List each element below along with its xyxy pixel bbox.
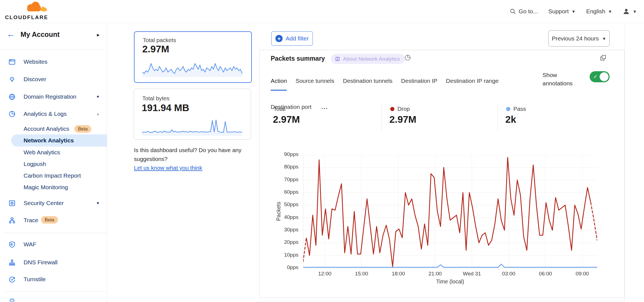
sidebar-item-web-analytics[interactable]: Web Analytics bbox=[0, 147, 107, 157]
add-filter-label: Add filter bbox=[286, 35, 309, 42]
drop-legend-dot bbox=[390, 107, 394, 111]
content-right-divider bbox=[625, 23, 625, 302]
about-badge-label: About Network Analytics bbox=[343, 56, 400, 62]
beta-badge: Beta bbox=[41, 216, 58, 224]
y-tick-label: 40pps bbox=[262, 214, 298, 221]
goto-label: Go to... bbox=[519, 8, 538, 15]
trace-icon bbox=[8, 217, 16, 224]
user-icon bbox=[623, 8, 630, 15]
more-tabs-button[interactable]: ... bbox=[321, 106, 328, 108]
show-annotations-toggle[interactable]: ✓ bbox=[590, 71, 610, 82]
divider bbox=[381, 103, 382, 132]
book-icon bbox=[335, 56, 340, 62]
sidebar-item-label: Carbon Impact Report bbox=[24, 172, 81, 179]
cloudflare-cloud-icon bbox=[4, 1, 49, 14]
chevron-right-icon[interactable]: ▸ bbox=[97, 32, 100, 38]
language-label: English bbox=[586, 8, 605, 15]
time-range-dropdown[interactable]: Previous 24 hours ▼ bbox=[548, 30, 610, 47]
y-tick-label: 90pps bbox=[262, 151, 298, 158]
search-icon bbox=[510, 8, 516, 14]
my-account-header: ← My Account ▸ bbox=[0, 23, 107, 49]
about-network-analytics-badge[interactable]: About Network Analytics bbox=[331, 54, 405, 64]
x-tick-label: 12:00 bbox=[308, 271, 341, 278]
language-menu[interactable]: English ▼ bbox=[586, 8, 612, 15]
x-tick-label: 09:00 bbox=[566, 271, 599, 278]
divider bbox=[0, 49, 107, 50]
tab-destination-ip-range[interactable]: Destination IP range bbox=[446, 78, 499, 91]
tab-source-tunnels[interactable]: Source tunnels bbox=[295, 78, 334, 91]
y-tick-label: 20pps bbox=[262, 239, 298, 246]
sidebar-item-magic-monitoring[interactable]: Magic Monitoring bbox=[0, 182, 107, 192]
sidebar-item-trace[interactable]: Trace Beta bbox=[0, 215, 107, 226]
sidebar-item-account-analytics[interactable]: Account Analytics Beta bbox=[0, 124, 107, 134]
sidebar-item-label: Trace bbox=[24, 217, 38, 224]
feedback-text: Is this dashboard useful? Do you have an… bbox=[134, 147, 241, 153]
tab-destination-ip[interactable]: Destination IP bbox=[401, 78, 437, 91]
sidebar-item-label: Turnstile bbox=[24, 276, 46, 283]
stat-drop-label: Drop bbox=[390, 106, 410, 112]
sidebar-item-discover[interactable]: Discover bbox=[0, 74, 107, 85]
expand-icon[interactable] bbox=[600, 54, 607, 61]
sidebar-item-label: Discover bbox=[24, 76, 46, 83]
sidebar-item-waf[interactable]: WAF bbox=[0, 239, 107, 250]
x-tick-label: 06:00 bbox=[529, 271, 562, 278]
x-tick-label: 03:00 bbox=[492, 271, 525, 278]
feedback-link[interactable]: Let us know what you think bbox=[134, 165, 202, 171]
chevron-up-icon: ▲ bbox=[96, 112, 100, 116]
sidebar-item-label: Network Analytics bbox=[24, 137, 74, 144]
panel-title: Packets summary bbox=[271, 55, 325, 62]
packets-summary-panel: Packets summary About Network Analytics … bbox=[259, 50, 625, 298]
browser-window-icon bbox=[8, 58, 16, 66]
user-menu[interactable]: ▼ bbox=[623, 8, 637, 15]
pie-chart-icon bbox=[8, 110, 16, 118]
plus-icon: + bbox=[275, 35, 283, 42]
divider bbox=[3, 233, 107, 233]
add-filter-button[interactable]: + Add filter bbox=[271, 31, 313, 46]
back-arrow-icon[interactable]: ← bbox=[7, 30, 15, 38]
sidebar-item-security-center[interactable]: Security Center ▼ bbox=[0, 198, 107, 209]
x-tick-label: 18:00 bbox=[382, 271, 415, 278]
x-tick-label: 21:00 bbox=[419, 271, 452, 278]
sidebar-item-carbon-impact-report[interactable]: Carbon Impact Report bbox=[0, 171, 107, 181]
total-packets-card[interactable]: Total packets 2.97M bbox=[134, 31, 252, 83]
tab-destination-tunnels[interactable]: Destination tunnels bbox=[343, 78, 392, 91]
hierarchy-icon bbox=[8, 259, 16, 266]
total-bytes-card[interactable]: Total bytes 191.94 MB bbox=[134, 89, 251, 140]
tab-action[interactable]: Action bbox=[271, 78, 287, 91]
sidebar-nav: ← My Account ▸ Websites bbox=[0, 23, 107, 302]
sidebar-item-analytics-logs[interactable]: Analytics & Logs ▲ bbox=[0, 108, 107, 119]
y-tick-label: 0pps bbox=[262, 264, 298, 272]
y-tick-label: 60pps bbox=[262, 189, 298, 196]
total-packets-label: Total packets bbox=[143, 37, 176, 43]
stat-drop-value: 2.97M bbox=[389, 114, 416, 125]
y-tick-label: 50pps bbox=[262, 201, 298, 209]
cloudflare-logo[interactable]: CLOUDFLARE bbox=[4, 1, 49, 21]
sidebar-item-label: Logpush bbox=[24, 161, 46, 167]
sidebar-item-label: WAF bbox=[24, 241, 36, 248]
sidebar-item-turnstile[interactable]: Turnstile bbox=[0, 274, 107, 285]
sidebar-item-label: Security Center bbox=[24, 200, 64, 206]
y-tick-label: 30pps bbox=[262, 227, 298, 234]
divider bbox=[497, 103, 498, 132]
check-icon: ✓ bbox=[593, 73, 598, 80]
sidebar-item-domain-registration[interactable]: Domain Registration ▼ bbox=[0, 91, 107, 102]
sidebar-item-dns-firewall[interactable]: DNS Firewall bbox=[0, 257, 107, 268]
panel-tabs: Action Source tunnels Destination tunnel… bbox=[271, 78, 499, 91]
sidebar-item-websites[interactable]: Websites bbox=[0, 56, 107, 67]
sidebar-item-label: Domain Registration bbox=[24, 93, 76, 100]
refresh-check-icon bbox=[8, 276, 16, 283]
chevron-down-icon: ▼ bbox=[96, 201, 100, 205]
feedback-text: suggestions? bbox=[134, 156, 168, 162]
chevron-down-icon: ▼ bbox=[602, 37, 606, 41]
stat-total-label: Total bbox=[273, 106, 285, 112]
goto-search[interactable]: Go to... bbox=[510, 8, 538, 15]
total-bytes-label: Total bytes bbox=[142, 95, 169, 102]
stat-pass-value: 2k bbox=[505, 114, 516, 125]
top-header: CLOUDFLARE Go to... Support ▼ English ▼ bbox=[0, 0, 644, 23]
sidebar-item-logpush[interactable]: Logpush bbox=[0, 159, 107, 169]
show-annotations-line1: Show bbox=[542, 71, 587, 79]
total-bytes-sparkline bbox=[142, 117, 242, 136]
sidebar-item-network-analytics[interactable]: Network Analytics bbox=[11, 134, 107, 147]
globe-icon bbox=[8, 93, 16, 101]
support-menu[interactable]: Support ▼ bbox=[548, 8, 575, 15]
